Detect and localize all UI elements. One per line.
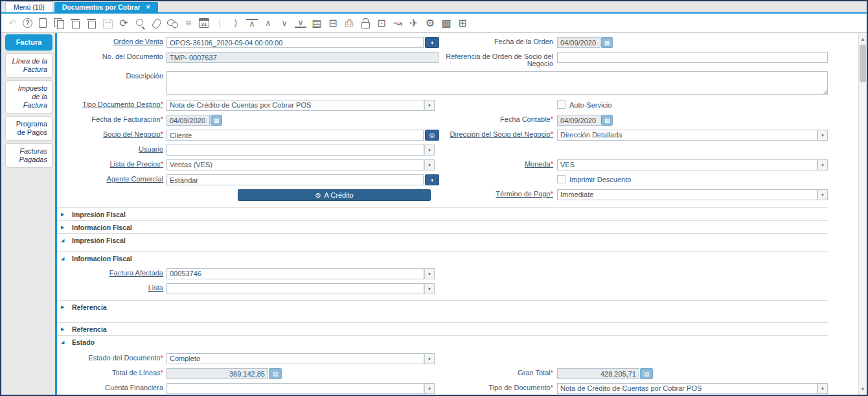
- no-del-documento-field[interactable]: [166, 52, 439, 63]
- descripcion-field[interactable]: [166, 71, 828, 95]
- moneda-label[interactable]: Moneda*: [442, 159, 553, 168]
- direccion-socio-label[interactable]: Dirección del Socio del Negocio*: [442, 130, 553, 138]
- save-icon[interactable]: [102, 17, 113, 29]
- socio-del-negocio-field[interactable]: [166, 130, 424, 141]
- total-de-lineas-field[interactable]: [166, 368, 268, 379]
- chevron-down-icon[interactable]: ▾: [817, 189, 828, 200]
- undo-icon[interactable]: ↶: [6, 17, 18, 29]
- factura-afectada-label[interactable]: Factura Afectada: [57, 268, 163, 277]
- delete-selection-icon[interactable]: [86, 17, 97, 29]
- orden-de-venta-field[interactable]: [166, 37, 424, 48]
- direccion-socio-field[interactable]: Dirección Detallada: [557, 130, 817, 141]
- fecha-facturacion-field[interactable]: [166, 115, 210, 126]
- socio-del-negocio-label[interactable]: Socio del Negocio*: [57, 130, 163, 138]
- last-record-icon[interactable]: ∨: [295, 19, 306, 28]
- sidebar-tab-impuesto-de-la-factura[interactable]: Impuesto de la Factura: [5, 80, 52, 113]
- report-icon[interactable]: ▤: [311, 17, 323, 29]
- new-record-icon[interactable]: [37, 17, 49, 29]
- copy-record-icon[interactable]: [53, 17, 65, 29]
- fecha-contable-field[interactable]: [557, 115, 600, 126]
- section-informacion-fiscal-collapsed[interactable]: ▶ Informacion Fiscal: [57, 220, 828, 233]
- orden-de-venta-zoom-button[interactable]: ◖: [425, 37, 439, 48]
- lista-de-precios-label[interactable]: Lista de Precios*: [57, 159, 163, 168]
- agente-comercial-label[interactable]: Agente Comercial: [57, 174, 163, 183]
- first-record-icon[interactable]: ∧: [246, 19, 258, 28]
- imprimir-descuento-checkbox[interactable]: [557, 175, 565, 183]
- help-icon[interactable]: ?: [23, 18, 32, 28]
- estado-documento-field[interactable]: Completo: [166, 353, 424, 364]
- section-referencia-2[interactable]: ▶ Referencia: [57, 322, 828, 335]
- sidebar-tab-facturas-pagadas[interactable]: Facturas Pagadas: [5, 143, 52, 168]
- factura-afectada-field[interactable]: 00053746: [166, 268, 424, 279]
- find-icon[interactable]: [134, 17, 146, 29]
- gran-total-field[interactable]: [557, 368, 639, 379]
- chevron-down-icon[interactable]: ▾: [817, 130, 828, 141]
- tipo-documento-destino-field[interactable]: Nota de Crédito de Cuentas por Cobrar PO…: [166, 100, 424, 111]
- agente-comercial-zoom-button[interactable]: ◖: [425, 174, 439, 185]
- chevron-down-icon[interactable]: ▾: [424, 353, 435, 364]
- chevron-down-icon[interactable]: ▾: [424, 268, 435, 279]
- referencia-orden-socio-field[interactable]: [557, 52, 828, 63]
- tab-documentos-por-cobrar[interactable]: Documentos por Cobrar ✕: [54, 2, 158, 12]
- product-info-icon[interactable]: ▩: [440, 17, 452, 29]
- next-record-icon[interactable]: ⟩: [230, 17, 242, 29]
- close-icon[interactable]: ✕: [146, 4, 151, 10]
- termino-de-pago-label[interactable]: Término de Pago*: [442, 189, 553, 198]
- chevron-down-icon[interactable]: ▾: [424, 383, 435, 394]
- cuenta-financiera-field[interactable]: [166, 383, 424, 394]
- archive-icon[interactable]: ⊟: [327, 17, 339, 29]
- section-referencia-1[interactable]: ▶ Referencia: [57, 300, 828, 313]
- fecha-facturacion-calendar-button[interactable]: ▦: [211, 115, 222, 126]
- fecha-contable-calendar-button[interactable]: ▦: [601, 115, 613, 126]
- preference-icon[interactable]: ⚙: [424, 17, 436, 29]
- lista-field[interactable]: [166, 283, 424, 294]
- scroll-up-icon[interactable]: ▲: [859, 34, 867, 43]
- grid-toggle-icon[interactable]: ≡: [183, 17, 194, 29]
- gran-total-calculator-button[interactable]: ▤: [640, 368, 653, 379]
- tipo-documento-destino-label[interactable]: Tipo Documento Destino*: [57, 100, 163, 108]
- up-icon[interactable]: ∧: [262, 17, 274, 29]
- sidebar-tab-l-nea-de-la-factura[interactable]: Línea de la Factura: [5, 53, 52, 78]
- down-icon[interactable]: ∨: [279, 17, 290, 29]
- delete-record-icon[interactable]: [69, 17, 81, 29]
- fecha-de-la-orden-field[interactable]: [557, 37, 600, 48]
- section-informacion-fiscal-expanded[interactable]: ◢ Informacion Fiscal: [57, 251, 828, 264]
- total-de-lineas-calculator-button[interactable]: ▤: [269, 368, 282, 379]
- chevron-down-icon[interactable]: ▾: [424, 159, 435, 170]
- refresh-icon[interactable]: ⟳: [118, 17, 130, 29]
- sidebar-tab-programa-de-pagos[interactable]: Programa de Pagos: [5, 116, 52, 141]
- window-report-icon[interactable]: ⊞: [457, 17, 468, 29]
- chevron-down-icon[interactable]: ▾: [817, 159, 828, 170]
- usuario-label[interactable]: Usuario: [57, 145, 163, 153]
- agente-comercial-field[interactable]: [166, 174, 424, 185]
- section-estado[interactable]: ◢ Estado: [57, 335, 828, 348]
- send-mail-icon[interactable]: ✈: [408, 17, 420, 29]
- auto-servicio-checkbox[interactable]: [557, 100, 565, 109]
- tab-menu[interactable]: Menú (10): [5, 1, 53, 12]
- moneda-field[interactable]: VES: [557, 159, 817, 170]
- lista-de-precios-field[interactable]: Ventas (VES): [166, 159, 424, 170]
- lock-icon[interactable]: [360, 17, 371, 29]
- section-impresion-fiscal-expanded[interactable]: ◢ Impresión Fiscal: [57, 233, 828, 246]
- chevron-down-icon[interactable]: ▾: [817, 383, 828, 394]
- orden-de-venta-label[interactable]: Orden de Venta: [57, 37, 163, 45]
- a-credito-button[interactable]: ⊚ A Crédito: [238, 189, 431, 201]
- chevron-down-icon[interactable]: ▾: [424, 283, 435, 294]
- prev-record-icon[interactable]: ⟨: [214, 17, 225, 29]
- fecha-de-la-orden-calendar-button[interactable]: ▦: [601, 37, 613, 48]
- socio-del-negocio-info-button[interactable]: ◎: [425, 130, 439, 141]
- chevron-down-icon[interactable]: ▾: [424, 100, 435, 111]
- termino-de-pago-field[interactable]: Immediate: [557, 189, 817, 200]
- sidebar-tab-factura[interactable]: Factura: [5, 34, 52, 51]
- chat-icon[interactable]: [166, 17, 178, 29]
- chevron-down-icon[interactable]: ▾: [424, 145, 435, 156]
- calendar-icon[interactable]: 31: [199, 18, 209, 28]
- attachment-icon[interactable]: [150, 17, 162, 29]
- lista-label[interactable]: Lista: [57, 283, 163, 292]
- usuario-field[interactable]: [166, 145, 424, 156]
- zoom-across-icon[interactable]: ⊡: [376, 17, 387, 29]
- scrollbar-thumb[interactable]: [860, 45, 866, 82]
- tipo-de-documento-field[interactable]: Nota de Crédito de Cuentas por Cobrar PO…: [557, 383, 817, 394]
- print-icon[interactable]: ⎙: [343, 17, 355, 29]
- workflow-icon[interactable]: ↝: [392, 17, 404, 29]
